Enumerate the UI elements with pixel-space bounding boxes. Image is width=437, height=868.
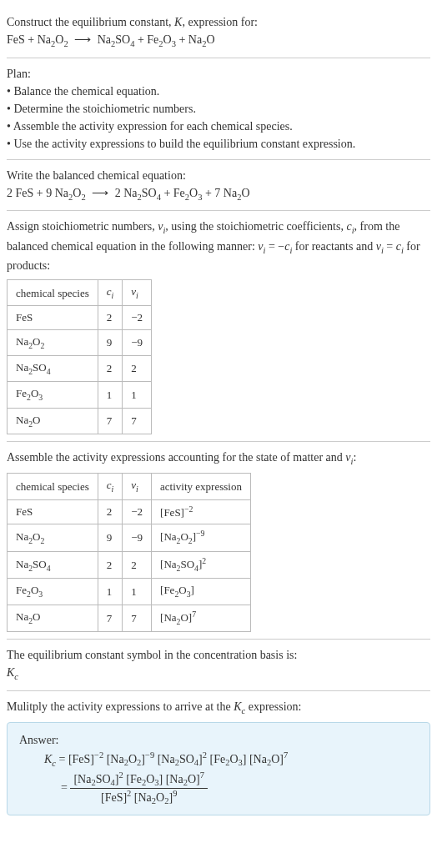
table-row: FeS2−2[FeS]−2 [8,499,251,524]
activity-intro: Assemble the activity expressions accoun… [7,449,430,469]
col-activity: activity expression [152,474,251,499]
equals-sign: = [61,780,70,793]
unbalanced-equation: FeS + Na2O2 ⟶ Na2SO4 + Fe2O3 + Na2O [7,31,430,51]
symbol-text: The equilibrium constant symbol in the c… [7,646,430,664]
symbol-kc: Kc [7,664,430,684]
result-intro: Mulitply the activity expressions to arr… [7,698,430,718]
stoich-intro: Assign stoichiometric numbers, νi, using… [7,218,430,274]
fraction-denominator: [FeS]2 [Na2O2]9 [70,789,208,806]
plan-section: Plan: • Balance the chemical equation. •… [7,58,430,160]
answer-label: Answer: [19,731,418,749]
plan-bullet: • Balance the chemical equation. [7,83,430,100]
stoich-table: chemical species ci νi FeS2−2 Na2O29−9 N… [7,279,152,434]
col-ci: ci [98,474,123,499]
table-row: Fe2O311 [8,382,152,408]
kc-expression-line1: Kc = [FeS]−2 [Na2O2]−9 [Na2SO4]2 [Fe2O3]… [19,749,418,770]
table-row: Na2SO422[Na2SO4]2 [8,551,251,579]
table-row: Na2O29−9[Na2O2]−9 [8,524,251,552]
fraction: [Na2SO4]2 [Fe2O3] [Na2O]7 [FeS]2 [Na2O2]… [70,770,208,806]
table-row: FeS2−2 [8,306,152,330]
answer-box: Answer: Kc = [FeS]−2 [Na2O2]−9 [Na2SO4]2… [7,722,430,815]
symbol-section: The equilibrium constant symbol in the c… [7,640,430,691]
table-header-row: chemical species ci νi [8,280,152,306]
kc-expression-line2: = [Na2SO4]2 [Fe2O3] [Na2O]7 [FeS]2 [Na2O… [19,770,418,806]
activity-section: Assemble the activity expressions accoun… [7,442,430,640]
col-vi: νi [123,280,152,306]
fraction-numerator: [Na2SO4]2 [Fe2O3] [Na2O]7 [70,770,208,789]
table-row: Na2O77 [8,408,152,434]
balanced-section: Write the balanced chemical equation: 2 … [7,160,430,212]
activity-table: chemical species ci νi activity expressi… [7,473,251,632]
balanced-equation: 2 FeS + 9 Na2O2 ⟶ 2 Na2SO4 + Fe2O3 + 7 N… [7,184,430,204]
col-vi: νi [123,474,152,499]
result-section: Mulitply the activity expressions to arr… [7,691,430,822]
prompt-section: Construct the equilibrium constant, K, e… [7,7,430,58]
table-row: Na2O29−9 [8,329,152,355]
col-species: chemical species [8,280,98,306]
stoich-section: Assign stoichiometric numbers, νi, using… [7,211,430,442]
col-ci: ci [98,280,123,306]
table-row: Na2SO422 [8,356,152,382]
plan-bullet: • Determine the stoichiometric numbers. [7,100,430,118]
col-species: chemical species [8,474,98,499]
balanced-title: Write the balanced chemical equation: [7,167,430,184]
plan-title: Plan: [7,65,430,83]
table-row: Na2O77[Na2O]7 [8,605,251,632]
plan-bullet: • Use the activity expressions to build … [7,135,430,153]
plan-bullet: • Assemble the activity expression for e… [7,118,430,135]
table-row: Fe2O311[Fe2O3] [8,579,251,605]
prompt-title: Construct the equilibrium constant, K, e… [7,13,430,31]
table-header-row: chemical species ci νi activity expressi… [8,474,251,499]
